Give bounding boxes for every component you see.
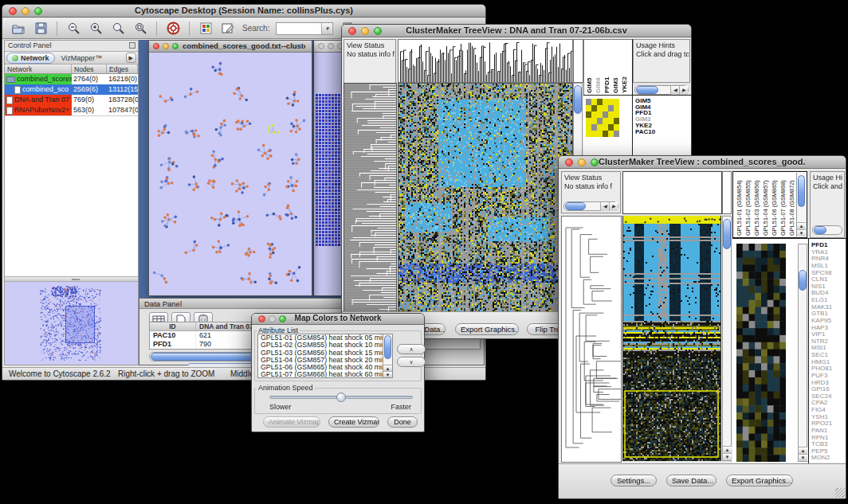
close-button[interactable]	[318, 43, 324, 49]
column-network[interactable]: Network	[5, 64, 72, 73]
column-dendrogram-canvas[interactable]	[398, 40, 572, 82]
slider-thumb[interactable]	[336, 393, 346, 402]
column-label[interactable]: GPL51-01 (GSM854)	[736, 174, 743, 236]
column-labels-1[interactable]: GIM5GIM4PFD1GIM3YKE2PAC10	[586, 50, 630, 93]
scrollbar-thumb[interactable]	[798, 175, 805, 207]
tab-overflow-arrow[interactable]: ▶	[126, 53, 136, 63]
usage-hscrollbar[interactable]: ◀▶	[634, 85, 689, 95]
zoom-window-button[interactable]	[591, 158, 599, 166]
main-titlebar[interactable]: Cytoscape Desktop (Session Name: collins…	[2, 5, 485, 18]
close-button[interactable]	[9, 7, 17, 15]
minimize-button[interactable]	[269, 315, 276, 322]
scroll-up-arrow[interactable]: ▲	[383, 365, 392, 371]
column-label[interactable]: GPL51-02 (GSM855)	[744, 174, 752, 236]
column-label[interactable]: GPL51-04 (GSM857)	[762, 174, 769, 236]
scroll-up-arrow[interactable]: ▲	[723, 446, 732, 453]
scrollbar-thumb[interactable]	[723, 219, 731, 249]
scroll-down-arrow[interactable]: ▼	[797, 229, 806, 236]
zoom-window-button[interactable]	[279, 315, 286, 322]
resize-grip[interactable]	[835, 488, 845, 498]
tab-network[interactable]: Network	[6, 53, 55, 64]
network-view-canvas[interactable]	[149, 53, 312, 295]
open-session-button[interactable]	[10, 21, 26, 37]
search-dropdown-arrow[interactable]: ▾	[321, 23, 332, 34]
zoom-vscrollbar[interactable]: ▲▼	[798, 244, 807, 462]
heatmap-canvas-1[interactable]	[398, 84, 572, 312]
scroll-right-arrow[interactable]: ▶	[609, 202, 618, 211]
similarity-matrix[interactable]	[586, 99, 619, 137]
column-label[interactable]: GIM5	[586, 50, 593, 93]
minimize-button[interactable]	[22, 7, 29, 15]
column-label[interactable]: GIM3	[612, 50, 619, 93]
scrollbar-thumb[interactable]	[636, 86, 658, 94]
search-input[interactable]	[277, 24, 321, 33]
zoom-window-button[interactable]	[374, 27, 382, 35]
scroll-down-arrow[interactable]: ▼	[383, 371, 392, 377]
move-down-button[interactable]: ∨	[397, 357, 426, 367]
float-panel-icon[interactable]	[129, 42, 135, 49]
scroll-left-arrow[interactable]: ◀	[600, 202, 609, 211]
close-button[interactable]	[258, 315, 265, 322]
scroll-down-arrow[interactable]: ▼	[799, 454, 807, 461]
zoom-window-button[interactable]	[172, 43, 179, 49]
global-heatmap-canvas[interactable]	[623, 216, 720, 461]
column-label[interactable]: GPL51-08 (GSM872)	[788, 174, 795, 236]
export-graphics-button[interactable]: Export Graphics...	[455, 323, 519, 335]
scroll-up-arrow[interactable]: ▲	[797, 222, 806, 229]
global-vscrollbar[interactable]: ▲▼	[722, 216, 732, 461]
annotation-icon-button[interactable]	[220, 21, 236, 37]
column-label[interactable]: PAC10	[630, 50, 630, 93]
close-button[interactable]	[348, 27, 356, 35]
close-button[interactable]	[565, 158, 573, 166]
scroll-right-arrow[interactable]: ▶	[679, 86, 688, 95]
row-labels-1[interactable]: GIM5GIM4PFD1GIM3YKE2PAC10	[635, 98, 655, 135]
save-data-button[interactable]: Save Data...	[666, 475, 716, 486]
settings-button[interactable]: Settings...	[610, 475, 657, 486]
panel-divider-handle[interactable]	[5, 276, 138, 282]
scrollbar-thumb[interactable]	[799, 270, 807, 291]
usage-hscrollbar-2[interactable]	[812, 225, 842, 235]
column-label[interactable]: GPL51-07 (GSM868)	[779, 174, 787, 236]
scroll-left-arrow[interactable]: ◀	[670, 86, 679, 95]
move-up-button[interactable]: ∧	[397, 344, 426, 354]
dialog-titlebar[interactable]: Map Colors to Network	[252, 314, 424, 325]
scroll-down-arrow[interactable]: ▼	[723, 453, 732, 460]
column-label[interactable]: GIM4	[595, 50, 602, 93]
row-dendrogram-canvas-2[interactable]	[562, 217, 621, 462]
help-lifering-icon[interactable]	[165, 21, 181, 37]
column-label[interactable]: GPL51-06 (GSM865)	[771, 174, 778, 236]
scroll-up-arrow[interactable]: ▲	[799, 447, 807, 454]
zoom-fit-button[interactable]	[110, 21, 126, 37]
zoom-window-button[interactable]	[34, 7, 42, 15]
row-dendrogram-canvas-1[interactable]	[344, 84, 396, 312]
column-label[interactable]: YKE2	[621, 50, 628, 93]
animate-vizmap-button[interactable]: Animate Vizmap	[263, 416, 320, 428]
scrollbar-thumb[interactable]	[574, 85, 582, 114]
column-labels-vscrollbar[interactable]: ▲▼	[796, 173, 806, 236]
network-row[interactable]: RNAPuberNov2+ 563(0) 107847(0)	[5, 105, 138, 115]
network-window-1-titlebar[interactable]: combined_scores_good.txt--cluste...	[149, 41, 312, 53]
close-button[interactable]	[153, 43, 159, 49]
scrollbar-thumb[interactable]	[384, 335, 391, 359]
minimize-button[interactable]	[328, 43, 334, 49]
attribute-list-vscrollbar[interactable]: ▲▼	[383, 334, 392, 377]
column-label[interactable]: GPL51-03 (GSM856)	[753, 174, 760, 236]
tab-vizmapper[interactable]: VizMapper™	[57, 53, 108, 63]
birdseye-canvas[interactable]	[5, 282, 135, 363]
column-labels-2[interactable]: GPL51-01 (GSM854)GPL51-02 (GSM855)GPL51-…	[736, 174, 795, 236]
network-row[interactable]: DNA and Tran 07 769(0) 183728(0)	[5, 95, 138, 105]
zoom-in-button[interactable]	[88, 21, 104, 37]
zoom-selected-button[interactable]	[132, 21, 148, 37]
create-vizmap-button[interactable]: Create Vizmap	[328, 416, 379, 428]
birdseye-overview[interactable]	[5, 282, 138, 365]
network-row[interactable]: combined_scores 2764(0) 16218(0)	[5, 74, 138, 84]
view-status-hscrollbar-2[interactable]: ◀▶	[563, 201, 618, 211]
export-graphics-button[interactable]: Export Graphics...	[726, 475, 793, 486]
row-label[interactable]: PAC10	[635, 129, 655, 135]
gene-labels[interactable]: PFD1YRA1RNR4MSL1SPC98CLN1NIS1BUD4ELG1MAK…	[811, 242, 845, 463]
network-row[interactable]: combined_sco 2569(6) 13112(15)	[5, 84, 138, 95]
done-button[interactable]: Done	[387, 416, 418, 428]
column-id[interactable]: ID	[150, 322, 196, 330]
attribute-list-item[interactable]: GPL51-07 (GSM868) heat shock 60 min	[261, 371, 392, 378]
zoom-heatmap-canvas[interactable]	[736, 244, 786, 462]
